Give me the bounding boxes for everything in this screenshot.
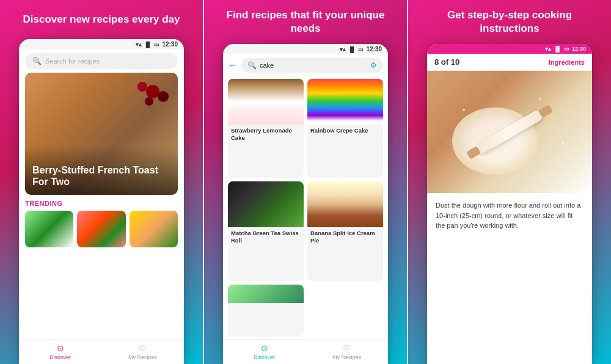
search-icon-2: 🔍: [247, 61, 257, 70]
back-button[interactable]: ←: [228, 60, 238, 71]
wifi-icon-3: ▾▴: [545, 46, 551, 52]
phone-mockup-1: ▾▴ ▐▌ ▭ 12:30 🔍 Search for recipes Berry…: [19, 39, 184, 364]
status-bar-1: ▾▴ ▐▌ ▭ 12:30: [19, 39, 184, 49]
trending-item-3[interactable]: [130, 211, 178, 247]
search-bar-1[interactable]: 🔍 Search for recipes: [25, 53, 178, 69]
recipe-thumb-2: [307, 79, 383, 125]
search-bar-row: ← 🔍 ⚙: [223, 54, 388, 76]
step-instructions: Dust the dough with more flour and roll …: [427, 193, 592, 364]
status-bar-2: ▾▴ ▐▌ ▭ 12:30: [223, 44, 388, 54]
battery-icon-2: ▭: [358, 46, 364, 53]
recipe-name-2: Rainbow Crepe Cake: [307, 125, 383, 137]
recipe-name-1: Strawberry Lemonade Cake: [228, 125, 304, 144]
nav-discover-2[interactable]: ⊙ Discover: [223, 340, 306, 364]
search-placeholder-1: Search for recipes: [45, 57, 100, 65]
discover-icon-2: ⊙: [261, 343, 268, 353]
panel-steps: Get step-by-step cooking instructions ▾▴…: [408, 0, 611, 364]
trending-item-2[interactable]: [77, 211, 125, 247]
nav-discover-1[interactable]: ⊙ Discover: [19, 340, 101, 364]
battery-icon-3: ▭: [564, 46, 569, 52]
recipe-name-4: Banana Split Ice Cream Pie: [307, 227, 383, 247]
phone-mockup-3: ▾▴ ▐▌ ▭ 12:30 8 of 10 Ingredients Dust t…: [427, 44, 592, 364]
recipe-card-4[interactable]: Banana Split Ice Cream Pie: [307, 181, 383, 280]
panel-discover: Discover new recipes every day ▾▴ ▐▌ ▭ 1…: [0, 0, 203, 364]
phone-mockup-2: ▾▴ ▐▌ ▭ 12:30 ← 🔍 ⚙ Strawberry Lemonade …: [223, 44, 388, 364]
recipe-card-1[interactable]: Strawberry Lemonade Cake: [228, 79, 304, 178]
bottom-nav-2: ⊙ Discover ♡ My Recipes: [223, 339, 388, 364]
berry-decoration-4: [145, 97, 153, 106]
recipe-thumb-4: [307, 181, 383, 227]
search-pill[interactable]: 🔍 ⚙: [241, 58, 383, 73]
step-counter: 8 of 10: [434, 57, 459, 67]
search-input[interactable]: [260, 62, 367, 69]
search-icon: 🔍: [32, 57, 42, 65]
recipe-card-5[interactable]: [228, 285, 304, 337]
panel-search: Find recipes that fit your unique needs …: [204, 0, 407, 364]
recipe-name-3: Matcha Green Tea Swiss Roll: [228, 227, 304, 247]
trending-item-1[interactable]: [25, 211, 73, 247]
heart-icon: ♡: [139, 343, 147, 353]
main-recipe-overlay: Berry-Stuffed French Toast For Two: [25, 146, 178, 195]
trending-label: TRENDING: [25, 200, 178, 207]
status-bar-3: ▾▴ ▐▌ ▭ 12:30: [427, 44, 592, 54]
main-recipe-title: Berry-Stuffed French Toast For Two: [32, 164, 170, 187]
discover-icon: ⊙: [57, 343, 64, 353]
berry-decoration-3: [137, 82, 147, 92]
panel3-heading: Get step-by-step cooking instructions: [408, 0, 611, 42]
berry-decoration-2: [158, 91, 169, 102]
ingredients-link[interactable]: Ingredients: [549, 59, 585, 66]
trending-section: TRENDING: [19, 195, 184, 250]
nav-my-recipes-1[interactable]: ♡ My Recipes: [101, 340, 184, 364]
step-header: 8 of 10 Ingredients: [427, 54, 592, 71]
nav-my-recipes-2[interactable]: ♡ My Recipes: [306, 340, 388, 364]
status-time-1: 12:30: [162, 41, 178, 48]
status-time-2: 12:30: [366, 46, 382, 53]
wifi-icon-2: ▾▴: [340, 46, 346, 53]
heart-icon-2: ♡: [343, 343, 351, 353]
recipe-grid: Strawberry Lemonade Cake Rainbow Crepe C…: [223, 76, 388, 339]
recipe-card-2[interactable]: Rainbow Crepe Cake: [307, 79, 383, 178]
trending-row: [25, 211, 178, 247]
filter-icon[interactable]: ⚙: [370, 61, 377, 70]
panel1-heading: Discover new recipes every day: [8, 0, 194, 37]
battery-icon: ▭: [154, 42, 159, 48]
status-time-3: 12:30: [572, 46, 586, 52]
recipe-thumb-1: [228, 79, 304, 125]
recipe-thumb-5: [228, 285, 304, 303]
main-recipe-card[interactable]: Berry-Stuffed French Toast For Two: [25, 73, 178, 195]
wifi-icon: ▾▴: [136, 42, 142, 48]
signal-icon-3: ▐▌: [554, 46, 562, 52]
signal-icon: ▐▌: [144, 42, 152, 48]
recipe-thumb-3: [228, 181, 304, 227]
recipe-card-3[interactable]: Matcha Green Tea Swiss Roll: [228, 181, 304, 280]
signal-icon-2: ▐▌: [348, 46, 356, 53]
bottom-nav-1: ⊙ Discover ♡ My Recipes: [19, 339, 184, 364]
panel2-heading: Find recipes that fit your unique needs: [204, 0, 407, 42]
step-image: [427, 71, 592, 193]
